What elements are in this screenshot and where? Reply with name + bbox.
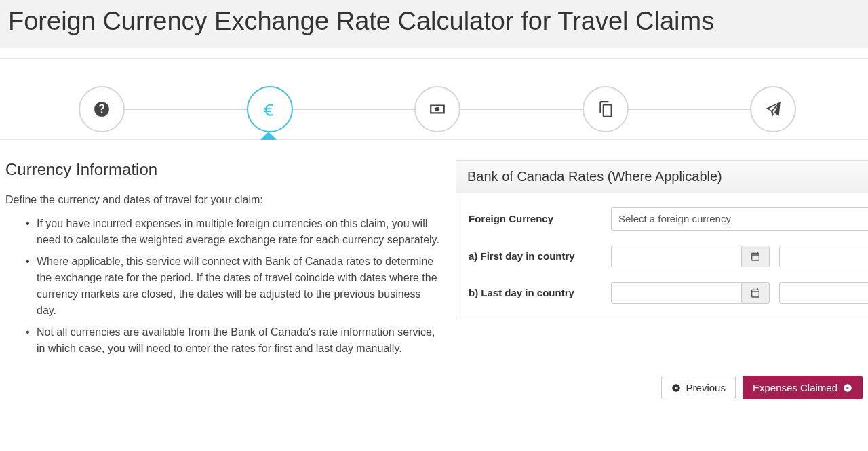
first-day-date-input[interactable] [611,246,741,267]
first-day-calendar-button[interactable] [741,246,770,267]
wizard-connector [125,109,247,110]
footer-buttons: Previous Expenses Claimed [0,369,868,410]
calendar-icon [750,251,761,262]
next-button[interactable]: Expenses Claimed [743,376,863,399]
copy-icon [597,100,614,118]
first-day-label: a) First day in country [469,250,611,263]
last-day-rate-input[interactable] [779,282,868,304]
wizard-connector [629,109,751,110]
panel-header: Bank of Canada Rates (Where Applicable) [456,161,868,193]
currency-info-section: Currency Information Define the currency… [5,160,439,362]
arrow-right-circle-icon [843,383,852,393]
foreign-currency-select[interactable]: Select a foreign currency [611,207,868,231]
question-circle-icon [93,100,111,118]
wizard-step-currency[interactable] [247,86,293,132]
last-day-date-input[interactable] [611,282,741,304]
previous-button[interactable]: Previous [661,376,736,399]
info-bullet: Where applicable, this service will conn… [37,254,439,319]
page-title: Foreign Currency Exchange Rate Calculato… [8,7,860,36]
money-icon [429,100,446,118]
active-step-indicator [260,132,277,140]
info-bullet: Not all currencies are available from th… [37,324,439,357]
wizard-connector [293,109,415,110]
page-title-bar: Foreign Currency Exchange Rate Calculato… [0,0,868,48]
previous-button-label: Previous [686,382,726,393]
wizard-step-copy[interactable] [583,86,629,132]
calendar-icon [750,288,761,298]
section-heading: Currency Information [5,160,439,179]
wizard-step-help[interactable] [79,86,125,132]
section-intro: Define the currency and dates of travel … [5,194,439,206]
wizard-step-money[interactable] [414,86,460,132]
wizard-step-send[interactable] [750,86,796,132]
select-placeholder: Select a foreign currency [618,213,731,224]
arrow-left-circle-icon [671,383,681,393]
rates-panel: Bank of Canada Rates (Where Applicable) … [456,160,868,319]
last-day-label: b) Last day in country [469,286,611,300]
paper-plane-icon [764,100,782,118]
euro-icon [261,100,279,118]
next-button-label: Expenses Claimed [753,382,837,393]
wizard-steps [0,59,868,140]
first-day-rate-input[interactable] [779,246,868,267]
foreign-currency-label: Foreign Currency [469,212,611,226]
wizard-connector [460,109,583,110]
info-bullet: If you have incurred expenses in multipl… [37,216,439,248]
last-day-calendar-button[interactable] [741,282,770,304]
